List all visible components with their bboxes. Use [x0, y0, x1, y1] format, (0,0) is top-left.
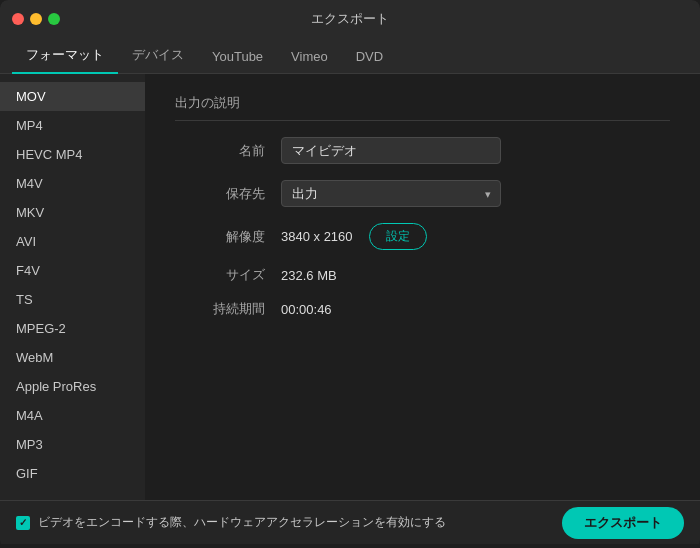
resolution-value: 3840 x 2160 [281, 229, 353, 244]
sidebar-item-ts[interactable]: TS [0, 285, 145, 314]
check-mark-icon: ✓ [19, 517, 27, 528]
hardware-accel-checkbox[interactable]: ✓ [16, 516, 30, 530]
hardware-accel-area: ✓ ビデオをエンコードする際、ハードウェアアクセラレーションを有効にする [16, 514, 446, 531]
hardware-accel-label: ビデオをエンコードする際、ハードウェアアクセラレーションを有効にする [38, 514, 446, 531]
main-layout: MOV MP4 HEVC MP4 M4V MKV AVI F4V TS MPEG… [0, 74, 700, 500]
export-button[interactable]: エクスポート [562, 507, 684, 539]
name-row: 名前 [175, 137, 670, 164]
size-value: 232.6 MB [281, 268, 337, 283]
sidebar-item-hevc-mp4[interactable]: HEVC MP4 [0, 140, 145, 169]
name-label: 名前 [175, 142, 265, 160]
settings-button[interactable]: 設定 [369, 223, 427, 250]
sidebar-item-m4v[interactable]: M4V [0, 169, 145, 198]
tab-device[interactable]: デバイス [118, 38, 198, 74]
tab-vimeo[interactable]: Vimeo [277, 41, 342, 74]
sidebar-item-apple-prores[interactable]: Apple ProRes [0, 372, 145, 401]
sidebar: MOV MP4 HEVC MP4 M4V MKV AVI F4V TS MPEG… [0, 74, 145, 500]
sidebar-item-mp3[interactable]: MP3 [0, 430, 145, 459]
resolution-row: 解像度 3840 x 2160 設定 [175, 223, 670, 250]
window-title: エクスポート [311, 10, 389, 28]
sidebar-item-f4v[interactable]: F4V [0, 256, 145, 285]
save-select[interactable]: 出力 [281, 180, 501, 207]
content-area: 出力の説明 名前 保存先 出力 ▾ 解像度 3840 x 2160 設定 サイズ… [145, 74, 700, 500]
save-label: 保存先 [175, 185, 265, 203]
title-bar: エクスポート [0, 0, 700, 38]
tab-bar: フォーマット デバイス YouTube Vimeo DVD [0, 38, 700, 74]
save-select-wrapper: 出力 ▾ [281, 180, 501, 207]
tab-youtube[interactable]: YouTube [198, 41, 277, 74]
size-label: サイズ [175, 266, 265, 284]
traffic-lights [12, 13, 60, 25]
duration-label: 持続期間 [175, 300, 265, 318]
maximize-button[interactable] [48, 13, 60, 25]
sidebar-item-mp4[interactable]: MP4 [0, 111, 145, 140]
save-row: 保存先 出力 ▾ [175, 180, 670, 207]
sidebar-item-mov[interactable]: MOV [0, 82, 145, 111]
sidebar-item-mkv[interactable]: MKV [0, 198, 145, 227]
sidebar-item-gif[interactable]: GIF [0, 459, 145, 488]
minimize-button[interactable] [30, 13, 42, 25]
close-button[interactable] [12, 13, 24, 25]
section-title: 出力の説明 [175, 94, 670, 121]
duration-value: 00:00:46 [281, 302, 332, 317]
tab-dvd[interactable]: DVD [342, 41, 397, 74]
tab-format[interactable]: フォーマット [12, 38, 118, 74]
name-input[interactable] [281, 137, 501, 164]
bottom-bar: ✓ ビデオをエンコードする際、ハードウェアアクセラレーションを有効にする エクス… [0, 500, 700, 544]
sidebar-item-avi[interactable]: AVI [0, 227, 145, 256]
duration-row: 持続期間 00:00:46 [175, 300, 670, 318]
sidebar-item-webm[interactable]: WebM [0, 343, 145, 372]
sidebar-item-mpeg2[interactable]: MPEG-2 [0, 314, 145, 343]
sidebar-item-m4a[interactable]: M4A [0, 401, 145, 430]
resolution-label: 解像度 [175, 228, 265, 246]
size-row: サイズ 232.6 MB [175, 266, 670, 284]
